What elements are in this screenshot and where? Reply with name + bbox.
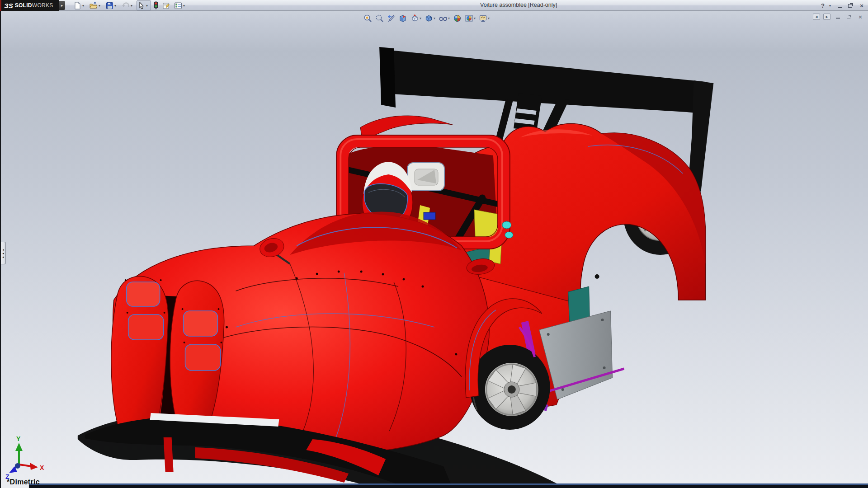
- dropdown-icon[interactable]: ▾: [131, 4, 134, 8]
- open-folder-icon: [90, 2, 98, 9]
- orientation-triad: Y X Z: [5, 435, 44, 480]
- graphics-viewport[interactable]: Y X Z: [0, 11, 868, 488]
- document-window-controls: ◂ ▸ ×: [813, 13, 864, 20]
- restore-document-button[interactable]: [845, 13, 853, 20]
- file-properties-icon: [162, 2, 170, 9]
- display-style-icon: [425, 14, 433, 23]
- file-properties-button[interactable]: [161, 0, 172, 10]
- dropdown-icon[interactable]: ▾: [146, 4, 150, 8]
- collapse-left-icon: ◂: [2, 255, 4, 258]
- dropdown-icon[interactable]: ▾: [448, 16, 450, 20]
- dropdown-icon[interactable]: ▾: [183, 4, 187, 8]
- help-dropdown-icon[interactable]: ▾: [829, 4, 834, 8]
- quick-access-toolbar: ▾ ▾ ▾: [72, 0, 189, 10]
- titlebar: ЗS SOLID WORKS ▸ ▾ ▾: [0, 0, 868, 11]
- minimize-icon: [836, 18, 840, 19]
- featuremanager-collapsed-tab[interactable]: ◂ ◂ ◂: [1, 242, 6, 264]
- headsup-toolbar: ▾ ▾ ▾: [363, 12, 491, 24]
- logo-text-works: WORKS: [32, 2, 53, 9]
- apply-scene-button[interactable]: ▾: [464, 13, 476, 23]
- dropdown-icon[interactable]: ▾: [474, 16, 476, 20]
- edit-appearance-icon: [453, 14, 462, 23]
- rebuild-traffic-light-icon: [153, 1, 159, 9]
- toggle-right-pane-button[interactable]: ▸: [823, 14, 830, 20]
- dropdown-icon[interactable]: ▾: [99, 4, 102, 8]
- display-style-button[interactable]: ▾: [424, 13, 436, 23]
- close-document-button[interactable]: ×: [856, 13, 864, 20]
- zoom-to-area-icon: [375, 14, 384, 23]
- previous-view-button[interactable]: [386, 13, 396, 23]
- view-settings-icon: [479, 14, 487, 23]
- options-checklist-icon: [174, 2, 182, 9]
- menu-expand-arrow[interactable]: ▸: [59, 1, 65, 10]
- svg-text:X: X: [40, 464, 44, 471]
- select-cursor-icon: [138, 2, 145, 9]
- extinguisher-knob: [502, 221, 511, 229]
- undo-button[interactable]: ▾: [120, 0, 136, 10]
- view-orientation-button[interactable]: ▾: [410, 13, 422, 23]
- close-button[interactable]: ×: [857, 1, 866, 9]
- restore-button[interactable]: [846, 1, 855, 9]
- new-document-icon: [74, 2, 81, 9]
- harness-buckle: [424, 212, 435, 220]
- edit-appearance-button[interactable]: [452, 13, 462, 23]
- restore-icon: [848, 4, 852, 8]
- window-title: Voiture assomblee [Read-only]: [480, 2, 557, 8]
- extinguisher-knob: [505, 232, 513, 238]
- taskbar-sliver: [29, 483, 868, 488]
- air-intake[interactable]: [407, 163, 444, 191]
- dropdown-icon[interactable]: ▾: [434, 16, 435, 20]
- body-hole: [595, 274, 599, 279]
- section-view-button[interactable]: [398, 13, 408, 23]
- restore-icon: [847, 16, 850, 19]
- svg-text:Y: Y: [16, 435, 21, 442]
- view-orientation-icon: [410, 14, 419, 23]
- solidworks-logo[interactable]: ЗS SOLID WORKS: [0, 0, 59, 11]
- toggle-left-pane-button[interactable]: ◂: [813, 14, 820, 20]
- select-tool-button[interactable]: ▾: [137, 0, 151, 10]
- options-button[interactable]: ▾: [173, 0, 188, 10]
- zoom-to-fit-icon: [363, 14, 372, 23]
- new-document-button[interactable]: ▾: [72, 0, 87, 10]
- dropdown-icon[interactable]: ▾: [420, 16, 421, 20]
- front-wheel[interactable]: [470, 345, 550, 430]
- minimize-button[interactable]: [835, 1, 844, 9]
- view-orientation-label: *Dimetric: [7, 478, 40, 486]
- dropdown-icon[interactable]: ▾: [82, 4, 86, 8]
- solidworks-logo-icon: ЗS: [4, 2, 13, 9]
- logo-text-solid: SOLID: [15, 2, 32, 9]
- save-button[interactable]: ▾: [104, 0, 119, 10]
- solidworks-window: ЗS SOLID WORKS ▸ ▾ ▾: [0, 0, 868, 488]
- collapse-left-icon: ◂: [2, 248, 4, 251]
- apply-scene-icon: [465, 14, 473, 23]
- race-car-model[interactable]: Y X Z: [1, 11, 868, 488]
- undo-arrow-icon: [122, 2, 130, 9]
- rebuild-button[interactable]: [152, 0, 160, 10]
- dropdown-icon[interactable]: ▾: [114, 4, 118, 8]
- save-floppy-icon: [106, 2, 113, 9]
- view-settings-button[interactable]: ▾: [478, 13, 491, 23]
- open-button[interactable]: ▾: [88, 0, 104, 10]
- minimize-document-button[interactable]: [834, 13, 842, 20]
- zoom-to-area-button[interactable]: [374, 13, 385, 23]
- minimize-icon: [838, 7, 842, 8]
- collapse-left-icon: ◂: [2, 252, 4, 255]
- hide-show-items-button[interactable]: ▾: [438, 13, 451, 23]
- zoom-to-fit-button[interactable]: [363, 13, 373, 23]
- window-controls: ? ▾ ×: [818, 1, 866, 10]
- hide-show-items-icon: [439, 14, 448, 23]
- help-button[interactable]: ?: [818, 1, 827, 9]
- section-view-icon: [399, 14, 407, 23]
- dropdown-icon[interactable]: ▾: [488, 16, 490, 20]
- previous-view-icon: [387, 14, 396, 23]
